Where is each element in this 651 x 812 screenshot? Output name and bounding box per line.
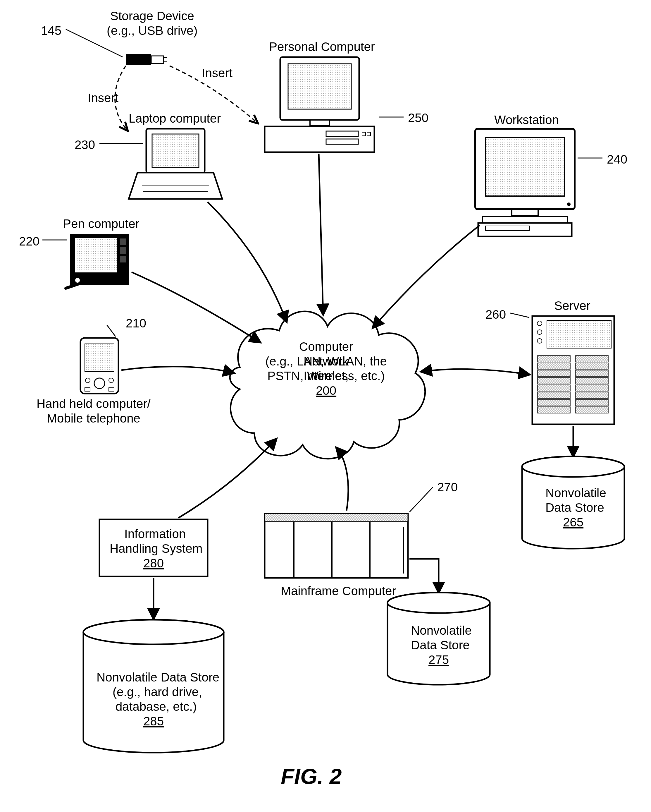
workstation-label: Workstation: [494, 113, 559, 127]
ref-240: 240: [607, 152, 627, 167]
laptop-label: Laptop computer: [129, 111, 221, 126]
laptop-icon: [129, 129, 222, 199]
svg-rect-53: [538, 407, 570, 413]
nvds285-ref: 285: [143, 714, 164, 729]
svg-rect-59: [576, 392, 608, 398]
workstation-icon: [475, 129, 575, 237]
svg-rect-5: [127, 54, 151, 65]
svg-point-72: [387, 592, 490, 613]
svg-rect-56: [576, 370, 608, 377]
ihs-ref: 280: [143, 556, 164, 571]
svg-rect-60: [576, 400, 608, 406]
ref-220: 220: [19, 234, 40, 249]
insert-left-label: Insert: [88, 91, 119, 105]
svg-rect-48: [538, 370, 570, 377]
svg-rect-7: [163, 58, 167, 62]
mainframe-icon: [265, 514, 408, 578]
mainframe-label: Mainframe Computer: [281, 584, 396, 598]
svg-rect-17: [326, 131, 358, 136]
svg-rect-14: [288, 64, 351, 109]
svg-rect-30: [120, 238, 127, 245]
storage-device-label: Storage Device (e.g., USB drive): [107, 9, 197, 38]
svg-rect-51: [538, 392, 570, 398]
pen-computer-label: Pen computer: [63, 217, 139, 231]
svg-rect-6: [151, 56, 163, 64]
svg-rect-29: [75, 238, 117, 273]
pc-icon: [265, 57, 374, 152]
nvds275-line1: Nonvolatile: [411, 623, 472, 638]
handheld-label: Hand held computer/ Mobile telephone: [37, 397, 151, 426]
nvds275-line2: Data Store: [411, 638, 470, 653]
ref-145: 145: [41, 23, 61, 38]
diagram-stage: Storage Device (e.g., USB drive) 145 Ins…: [0, 0, 651, 812]
nvds265-line2: Data Store: [546, 501, 604, 515]
pen-computer-icon: [66, 234, 129, 288]
svg-rect-18: [326, 139, 358, 144]
server-icon: [532, 316, 614, 424]
usb-drive-icon: [127, 54, 167, 65]
svg-rect-52: [538, 400, 570, 406]
ihs-line1: Information: [124, 527, 186, 541]
ihs-line2: Handling System: [110, 541, 202, 556]
nvds265-line1: Nonvolatile: [546, 486, 606, 501]
svg-point-23: [567, 203, 570, 206]
svg-rect-50: [538, 385, 570, 391]
svg-rect-9: [152, 134, 199, 168]
nvds285-line3: database, etc.): [116, 699, 197, 714]
svg-rect-35: [85, 344, 114, 372]
svg-point-36: [94, 378, 105, 389]
insert-right-label: Insert: [202, 66, 233, 81]
svg-rect-25: [483, 217, 567, 223]
svg-rect-61: [576, 407, 608, 413]
svg-rect-64: [265, 514, 408, 578]
svg-point-63: [522, 456, 624, 477]
svg-rect-49: [538, 377, 570, 384]
svg-rect-24: [512, 209, 538, 216]
svg-rect-46: [538, 356, 570, 362]
svg-rect-47: [538, 363, 570, 369]
svg-rect-54: [576, 356, 608, 362]
svg-rect-31: [120, 247, 127, 254]
svg-rect-22: [485, 137, 564, 196]
server-label: Server: [554, 298, 590, 313]
svg-point-33: [75, 278, 80, 283]
svg-rect-15: [310, 120, 329, 126]
cloud-ref: 200: [316, 383, 336, 398]
svg-point-74: [83, 620, 224, 644]
nvds265-ref: 265: [563, 515, 584, 530]
figure-title: FIG. 2: [281, 764, 342, 789]
ref-250: 250: [408, 111, 428, 125]
svg-rect-58: [576, 385, 608, 391]
svg-rect-32: [120, 256, 127, 263]
svg-rect-42: [547, 321, 611, 348]
nvds275-ref: 275: [428, 653, 449, 667]
svg-rect-55: [576, 363, 608, 369]
cloud-line3: PSTN, Wireless, etc.): [262, 369, 390, 383]
ref-270: 270: [437, 480, 458, 495]
svg-rect-57: [576, 377, 608, 384]
ref-210: 210: [126, 316, 146, 331]
handheld-icon: [81, 338, 119, 394]
nvds285-line1: Nonvolatile Data Store: [96, 670, 220, 685]
nvds285-line2: (e.g., hard drive,: [113, 685, 202, 699]
svg-rect-27: [485, 226, 529, 230]
svg-rect-65: [265, 514, 408, 522]
pc-label: Personal Computer: [269, 40, 375, 54]
ref-230: 230: [75, 137, 95, 152]
ref-260: 260: [485, 307, 506, 322]
